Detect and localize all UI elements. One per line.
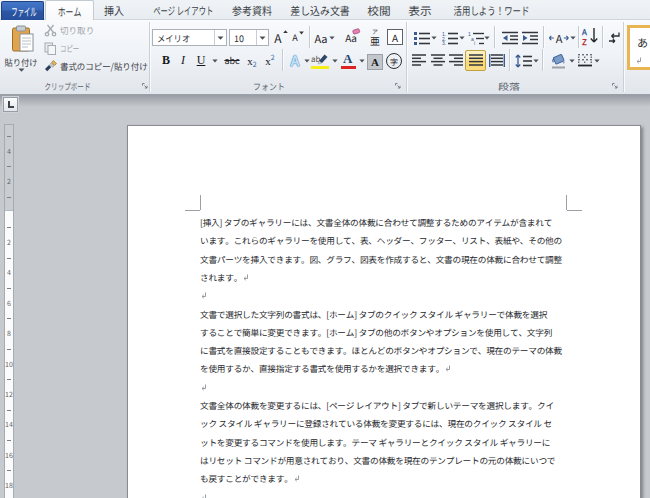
distribute-button[interactable] — [487, 51, 506, 70]
doc-line[interactable]: 文書全体の体裁を変更するには、[ページ レイアウト] タブで新しいテーマを選択し… — [200, 396, 590, 415]
cut-button[interactable]: 切り取り — [44, 22, 96, 39]
tab-selector[interactable] — [3, 97, 18, 112]
copy-button[interactable]: コピー — [44, 40, 87, 57]
text-effects-dropdown[interactable] — [304, 59, 310, 63]
strikethrough-button[interactable]: abc — [221, 51, 243, 70]
align-right-button[interactable] — [446, 51, 465, 70]
multilevel-list-button[interactable]: 1ai — [467, 28, 485, 47]
shading-dropdown[interactable] — [569, 59, 575, 63]
doc-line[interactable]: することで簡単に変更できます。[ホーム] タブの他のボタンやオプションを使用して… — [200, 323, 590, 342]
shading-button[interactable] — [548, 50, 568, 71]
tab-file[interactable]: ファイル — [1, 1, 44, 20]
tab-mailings[interactable]: 差し込み文書 — [281, 0, 359, 20]
ruler-tick — [7, 166, 11, 167]
superscript-button[interactable]: x 2 — [261, 51, 279, 70]
doc-line[interactable] — [200, 286, 590, 305]
sort-arrow-icon — [590, 28, 598, 46]
multilevel-dropdown[interactable] — [484, 36, 490, 40]
font-size-combo[interactable]: 10 — [229, 29, 269, 46]
bold-button[interactable]: B — [158, 51, 174, 70]
highlight-button[interactable]: ab — [311, 49, 330, 71]
decrease-indent-button[interactable] — [500, 28, 519, 47]
tab-references[interactable]: 参考資料 — [223, 0, 281, 20]
paste-dropdown-arrow[interactable] — [18, 68, 25, 72]
grow-font-button[interactable]: A — [272, 28, 290, 47]
shrink-font-button[interactable]: A — [290, 28, 306, 47]
ruler-tick — [7, 288, 11, 289]
doc-line[interactable]: ットを変更するコマンドを使用します。テーマ ギャラリーとクイック スタイル ギャ… — [200, 433, 590, 452]
numbering-dropdown[interactable] — [459, 36, 465, 40]
change-case-button[interactable]: Aa — [312, 28, 338, 47]
doc-line[interactable] — [200, 378, 590, 397]
tab-view-label: 表示 — [409, 0, 432, 20]
ruler-number: 18 — [5, 482, 13, 489]
ruler-number: 14 — [5, 421, 13, 428]
separator — [578, 26, 579, 48]
tab-review[interactable]: 校閲 — [359, 0, 400, 20]
clear-formatting-button[interactable]: Aa — [343, 28, 363, 47]
align-center-button[interactable] — [428, 51, 447, 70]
doc-line[interactable] — [200, 488, 590, 498]
doc-line[interactable]: を使用するか、直接指定する書式を使用するかを選択できます。 — [200, 359, 590, 378]
phonetic-guide-button[interactable]: ア 亜 — [366, 26, 384, 48]
doc-line[interactable]: います。これらのギャラリーを使用して、表、ヘッダー、フッター、リスト、表紙や、そ… — [200, 231, 590, 250]
font-name-combo[interactable]: メイリオ — [152, 29, 227, 46]
tab-custom[interactable]: 活用しよう！ワード — [442, 0, 537, 20]
tab-home[interactable]: ホーム — [45, 0, 94, 20]
increase-indent-icon — [522, 31, 538, 45]
character-border-button[interactable]: A — [387, 29, 403, 45]
tab-insert[interactable]: 挿入 — [95, 0, 133, 20]
font-size-dropdown[interactable] — [256, 30, 268, 45]
separator — [309, 26, 310, 48]
doc-line[interactable]: [挿入] タブのギャラリーには、文書全体の体裁に合わせて調整するためのアイテムが… — [200, 213, 590, 232]
subscript-button[interactable]: x 2 — [243, 51, 261, 70]
borders-button[interactable] — [576, 51, 594, 70]
line-spacing-button[interactable] — [513, 51, 533, 70]
font-color-button[interactable]: A — [340, 49, 357, 71]
tab-view[interactable]: 表示 — [400, 0, 441, 20]
format-painter-button[interactable]: 書式のコピー/貼り付け — [44, 58, 154, 75]
ruler-margin-section — [5, 125, 13, 211]
format-painter-icon — [44, 60, 57, 73]
doc-line[interactable]: も戻すことができます。 — [200, 469, 590, 488]
enclose-characters-button[interactable]: 字 — [386, 53, 402, 69]
italic-button[interactable]: I — [176, 51, 190, 70]
numbering-button[interactable]: 1.2.3. — [440, 28, 459, 47]
doc-line[interactable]: はリセット コマンドが用意されており、文書の体裁を現在のテンプレートの元の体裁に… — [200, 451, 590, 470]
clipboard-dialog-launcher[interactable] — [142, 83, 149, 90]
text-effects-button[interactable]: A — [286, 49, 304, 71]
paste-button[interactable]: 貼り付け — [2, 23, 41, 84]
vertical-ruler[interactable]: 4224681012141618 — [4, 124, 14, 498]
style-item-selected[interactable]: あ — [627, 25, 650, 71]
asian-layout-dropdown[interactable] — [570, 36, 576, 40]
group-separator — [406, 22, 407, 92]
asian-layout-button[interactable]: A — [548, 28, 570, 47]
show-marks-button[interactable] — [605, 28, 622, 47]
justify-button[interactable] — [465, 50, 486, 71]
ruler-number: 12 — [5, 391, 13, 398]
increase-indent-button[interactable] — [520, 28, 539, 47]
bullets-dropdown[interactable] — [431, 36, 437, 40]
doc-line[interactable]: ック スタイル ギャラリーに登録されている体裁を変更するには、現在のクイック ス… — [200, 414, 590, 433]
font-name-dropdown[interactable] — [214, 30, 226, 45]
character-shading-button[interactable]: A — [367, 54, 383, 70]
line-spacing-dropdown[interactable] — [533, 59, 539, 63]
paragraph-dialog-launcher[interactable] — [612, 83, 619, 90]
highlight-dropdown[interactable] — [332, 59, 338, 63]
doc-line[interactable]: 文書で選択した文字列の書式は、[ホーム] タブのクイック スタイル ギャラリーで… — [200, 305, 590, 324]
doc-line[interactable]: に書式を直接設定することもできます。ほとんどのボタンやオプションで、現在のテーマ… — [200, 341, 590, 360]
sort-button[interactable]: A Z — [582, 27, 599, 48]
borders-dropdown[interactable] — [594, 59, 600, 63]
doc-line[interactable]: 文書パーツを挿入できます。図、グラフ、図表を作成すると、文書の現在の体裁に合わせ… — [200, 250, 590, 269]
font-dialog-launcher[interactable] — [395, 83, 402, 90]
font-color-dropdown[interactable] — [359, 59, 365, 63]
ruler-number: 8 — [5, 330, 13, 337]
bullets-button[interactable] — [412, 28, 431, 47]
underline-dropdown[interactable] — [212, 59, 218, 63]
clipboard-group-label: クリップボード — [23, 81, 113, 93]
tab-page-layout[interactable]: ページ レイアウト — [138, 0, 218, 20]
paragraph-mark-icon — [294, 475, 300, 482]
align-left-button[interactable] — [409, 51, 428, 70]
underline-button[interactable]: U — [193, 51, 209, 70]
doc-line[interactable]: されます。 — [200, 268, 590, 287]
